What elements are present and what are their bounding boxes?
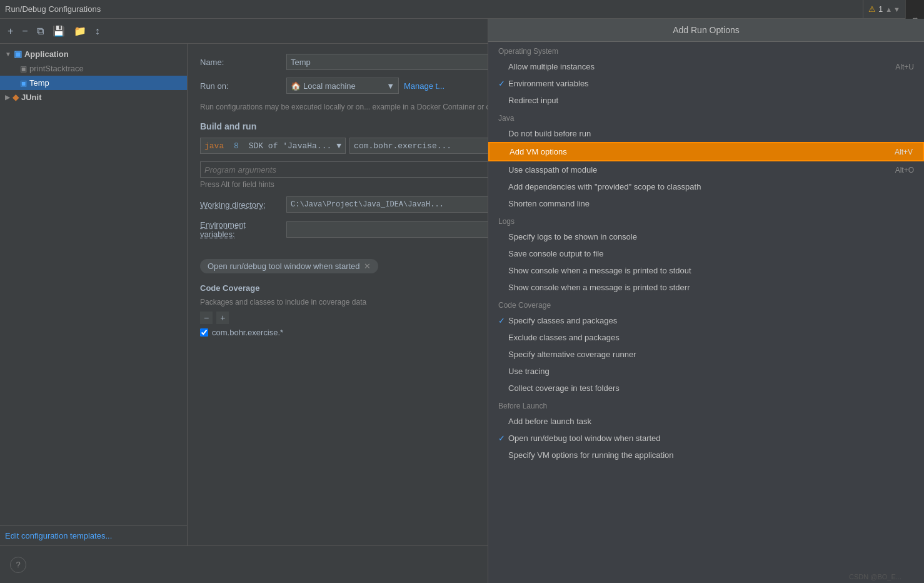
section-java: Java [488, 109, 924, 125]
menu-item-add-dependencies[interactable]: Add dependencies with "provided" scope t… [488, 178, 924, 195]
env-vars-label: Environment variables: [200, 220, 281, 239]
tag-close-button[interactable]: ✕ [364, 261, 371, 271]
temp-icon: ▣ [20, 79, 27, 88]
check-save-console [498, 249, 508, 258]
section-code-coverage: Code Coverage [488, 296, 924, 312]
up-arrow[interactable]: ▲ [885, 6, 892, 13]
left-panel: ▼ ▣ Application ▣ printStacktrace ▣ Temp… [0, 44, 188, 545]
label-show-stderr: Show console when a message is printed t… [508, 283, 690, 292]
label-redirect-input: Redirect input [508, 96, 558, 105]
label-specify-vm-running: Specify VM options for running the appli… [508, 450, 674, 460]
dropdown-panel: Add Run Options Operating System Allow m… [488, 19, 924, 583]
label-allow-multiple: Allow multiple instances [508, 62, 595, 71]
label-no-build: Do not build before run [508, 129, 591, 138]
menu-item-env-vars[interactable]: ✓ Environment variables [488, 75, 924, 92]
check-add-vm [500, 147, 510, 156]
save-config-button[interactable]: 💾 [50, 24, 68, 38]
coverage-package-label: com.bohr.exercise.* [212, 328, 283, 337]
label-add-before-launch: Add before launch task [508, 417, 591, 426]
label-show-stdout: Show console when a message is printed t… [508, 266, 691, 275]
help-button[interactable]: ? [10, 557, 26, 573]
label-specify-classes: Specify classes and packages [508, 316, 617, 325]
edit-templates-link-sidebar[interactable]: Edit configuration templates... [5, 531, 112, 540]
name-label: Name: [200, 58, 281, 67]
sdk-dropdown-icon: ▼ [336, 141, 341, 151]
shortcut-add-vm: Alt+V [895, 148, 913, 156]
java-keyword: java [204, 141, 224, 151]
run-on-select[interactable]: 🏠 Local machine ▼ [286, 78, 399, 94]
sidebar-item-printstacktrace[interactable]: ▣ printStacktrace [0, 61, 187, 76]
check-allow-multiple [498, 62, 508, 71]
coverage-checkbox[interactable] [200, 328, 208, 337]
junit-icon: ◆ [13, 93, 19, 102]
manage-link[interactable]: Manage t... [404, 81, 444, 91]
temp-label: Temp [29, 78, 49, 88]
left-panel-footer: Edit configuration templates... [0, 525, 187, 545]
menu-item-no-build[interactable]: Do not build before run [488, 125, 924, 142]
label-add-dependencies: Add dependencies with "provided" scope t… [508, 182, 701, 191]
copy-config-button[interactable]: ⧉ [34, 24, 46, 38]
check-add-before-launch [498, 417, 508, 426]
label-shorten-cmdline: Shorten command line [508, 199, 590, 208]
label-add-vm-options: Add VM options [510, 147, 567, 156]
menu-item-collect-test[interactable]: Collect coverage in test folders [488, 380, 924, 397]
menu-item-use-classpath[interactable]: Use classpath of module Alt+O [488, 161, 924, 178]
check-shorten-cmdline [498, 199, 508, 208]
check-alt-coverage-runner [498, 350, 508, 359]
sdk-select[interactable]: java 8 SDK of 'JavaHa... ▼ [200, 138, 346, 154]
printstacktrace-icon: ▣ [20, 64, 27, 73]
menu-item-use-tracing[interactable]: Use tracing [488, 363, 924, 380]
remove-config-button[interactable]: − [19, 24, 30, 38]
menu-item-show-stdout[interactable]: Show console when a message is printed t… [488, 262, 924, 279]
menu-item-allow-multiple[interactable]: Allow multiple instances Alt+U [488, 58, 924, 75]
menu-item-shorten-cmdline[interactable]: Shorten command line [488, 195, 924, 212]
menu-item-save-console[interactable]: Save console output to file [488, 245, 924, 262]
menu-item-specify-vm-running[interactable]: Specify VM options for running the appli… [488, 447, 924, 464]
watermark: CSDN @BO_E... [849, 573, 901, 580]
menu-item-redirect-input[interactable]: Redirect input [488, 92, 924, 109]
sidebar-item-junit[interactable]: ▶ ◆ JUnit [0, 90, 187, 104]
check-use-classpath [498, 165, 508, 175]
home-icon: 🏠 [291, 81, 301, 91]
check-redirect-input [498, 96, 508, 105]
add-config-button[interactable]: + [5, 24, 16, 38]
check-specify-classes: ✓ [498, 316, 508, 325]
warning-arrows: ▲ ▼ [885, 6, 900, 13]
label-specify-logs: Specify logs to be shown in console [508, 232, 637, 241]
coverage-remove-btn[interactable]: − [200, 312, 213, 324]
label-exclude-classes: Exclude classes and packages [508, 333, 620, 342]
open-debug-label: Open run/debug tool window when started [208, 261, 360, 271]
warning-count: 1 [878, 4, 883, 14]
check-exclude-classes [498, 333, 508, 342]
menu-item-alt-coverage-runner[interactable]: Specify alternative coverage runner [488, 346, 924, 363]
menu-item-add-vm-options[interactable]: Add VM options Alt+V [488, 142, 924, 161]
shortcut-allow-multiple: Alt+U [895, 63, 914, 71]
label-save-console: Save console output to file [508, 249, 604, 258]
folder-config-button[interactable]: 📁 [71, 24, 89, 38]
application-icon: ▣ [14, 49, 22, 59]
check-env-vars: ✓ [498, 79, 508, 88]
warning-badge: ⚠ 1 ▲ ▼ [863, 0, 905, 19]
check-specify-vm-running [498, 450, 508, 460]
sort-config-button[interactable]: ↕ [93, 24, 103, 38]
menu-item-exclude-classes[interactable]: Exclude classes and packages [488, 329, 924, 346]
menu-item-add-before-launch[interactable]: Add before launch task [488, 413, 924, 430]
coverage-add-btn[interactable]: + [216, 312, 229, 324]
run-on-value: Local machine [303, 81, 356, 91]
menu-item-specify-logs[interactable]: Specify logs to be shown in console [488, 228, 924, 245]
menu-item-specify-classes[interactable]: ✓ Specify classes and packages [488, 312, 924, 329]
run-on-label: Run on: [200, 81, 281, 91]
expand-arrow-junit: ▶ [5, 94, 10, 101]
open-debug-tag: Open run/debug tool window when started … [200, 259, 378, 273]
sidebar-item-temp[interactable]: ▣ Temp [0, 76, 187, 90]
working-dir-label: Working directory: [200, 200, 281, 210]
label-collect-test: Collect coverage in test folders [508, 383, 620, 393]
shortcut-use-classpath: Alt+O [895, 166, 914, 175]
section-logs: Logs [488, 212, 924, 228]
down-arrow[interactable]: ▼ [893, 6, 900, 13]
application-label: Application [24, 49, 69, 59]
label-alt-coverage-runner: Specify alternative coverage runner [508, 350, 636, 359]
menu-item-show-stderr[interactable]: Show console when a message is printed t… [488, 279, 924, 296]
sidebar-item-application[interactable]: ▼ ▣ Application [0, 46, 187, 61]
menu-item-open-debug-window[interactable]: ✓ Open run/debug tool window when starte… [488, 430, 924, 447]
